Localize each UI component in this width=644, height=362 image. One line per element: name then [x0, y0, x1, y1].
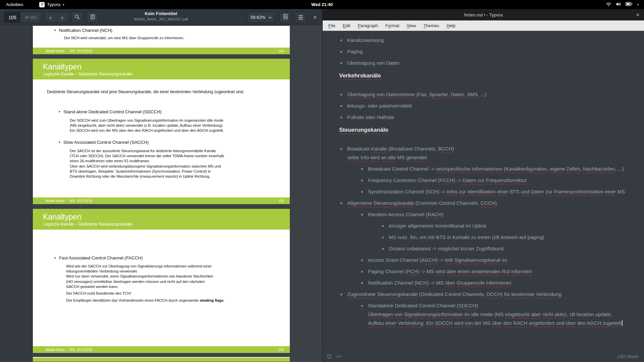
typora-menubar: FileEditParagraphFormatViewThemesHelp	[323, 20, 644, 31]
markdown-list-item[interactable]: Standalone Dedicated Control Channel (SD…	[339, 301, 637, 327]
markdown-list-item[interactable]: Notification Channel (NCH) -> MS über Gr…	[339, 279, 637, 287]
menu-edit[interactable]: Edit	[339, 20, 354, 31]
markdown-list-item[interactable]: Synchronization Channel (SCH) -> Infos z…	[339, 187, 637, 196]
clock[interactable]: Wed 21:40	[0, 2, 644, 7]
markdown-list-item[interactable]: Random Access Channel (RACH)	[339, 210, 637, 219]
slide-body-line: Der Empfänger identifiziert das Vorhande…	[66, 298, 219, 303]
list-item-line: Standalone Dedicated Control Channel (SD…	[368, 301, 637, 310]
markdown-list-item[interactable]: Access Grant Channel (AGCH) -> teilt Sig…	[339, 256, 637, 264]
footer-term: WS 2017/2018	[70, 199, 92, 203]
chevron-down-icon	[268, 15, 272, 20]
source-code-mode-button[interactable]: </>	[336, 355, 341, 359]
hamburger-menu-icon	[299, 15, 303, 19]
markdown-list-item[interactable]: MS nutz ihn, um mit BTS in Kontakt zu tr…	[339, 233, 637, 242]
markdown-heading[interactable]: Steuerungskanäle	[339, 126, 637, 134]
slide-title: Kanaltypen	[43, 62, 290, 71]
gnome-top-bar: Activities T Typora ▾ Wed 21:40 ▾	[0, 0, 644, 9]
markdown-list-item[interactable]: einziger allgemeiner Kontrollkanal im Up…	[339, 222, 637, 230]
next-page-button[interactable]: ›	[57, 12, 68, 22]
menu-themes[interactable]: Themes	[420, 20, 443, 31]
window-menu-button[interactable]	[294, 12, 307, 23]
slide-title: Kanaltypen	[43, 212, 290, 222]
menu-paragraph[interactable]: Paragraph	[354, 20, 382, 31]
slide-footer: Mobile Netze WS 2017/2018 106	[33, 346, 290, 353]
list-item-line: MS nutz ihn, um mit BTS in Kontakt zu tr…	[389, 233, 637, 242]
list-item-line: Übertragen von Signalisierungsinformatio…	[368, 310, 637, 319]
footer-page-number: 105	[278, 199, 284, 203]
list-item-line: Random Access Channel (RACH)	[368, 210, 637, 219]
slide-footer: Mobile Netze WS 2017/2018 105	[33, 197, 290, 204]
search-button[interactable]	[71, 12, 83, 23]
markdown-list-item[interactable]: Übertragung von Daten	[339, 59, 637, 67]
pdf-page-canvas[interactable]: Notification Channel (NCH) Der NCH wird …	[0, 25, 322, 361]
markdown-list-item[interactable]: Broadcast Kanäle (Broadcast Channels, BC…	[339, 144, 637, 162]
list-item-line: Allgemeine Steuerungskanäle (Common Cont…	[347, 199, 637, 207]
annotations-button[interactable]	[87, 12, 99, 23]
pdf-page-107-sliver	[33, 357, 290, 362]
slide-body-text: Der SACCH ist der assoziierte Steuerungs…	[70, 148, 225, 179]
footer-term: WS 2017/2018	[70, 49, 92, 53]
markdown-list-item[interactable]: Übertragung von Datenströme (Fax, Sprach…	[339, 90, 637, 99]
text-cursor	[622, 320, 623, 326]
volume-icon	[616, 2, 621, 7]
system-status-area[interactable]: ▾	[606, 2, 639, 7]
markdown-list-item[interactable]: Fullrate oder Halfrate	[339, 113, 637, 122]
typora-titlebar[interactable]: Notes.md • - Typora ✕	[323, 9, 644, 20]
list-item-line: einziger allgemeiner Kontrollkanal im Up…	[389, 222, 637, 230]
zoom-level-dropdown[interactable]: 59.62%	[247, 12, 275, 23]
slide-intro-text: Dedizierte Steuerungskanäle sind jene St…	[47, 89, 247, 95]
list-item-line: Broadcast Control Channel -> netzspezifi…	[368, 165, 637, 173]
list-item-line: Fullrate oder Halfrate	[347, 113, 637, 122]
outline-toggle-button[interactable]	[327, 354, 331, 359]
markdown-list-item[interactable]: leitungs- oder paketvermittelt	[339, 102, 637, 110]
list-item-line: Broadcast Kanäle (Broadcast Channels, BC…	[347, 144, 637, 153]
typora-window: Notes.md • - Typora ✕ FileEditParagraphF…	[322, 9, 644, 362]
markdown-list-item[interactable]: Kanalzuweisung	[339, 36, 637, 45]
menu-format[interactable]: Format	[382, 20, 403, 31]
markdown-list-item[interactable]: Frequency Correction Channel (FCCH) -> D…	[339, 176, 637, 185]
document-filename: Mobile_Netze_JKU_WS2017.pdf	[97, 17, 225, 21]
markdown-heading[interactable]: Verkehrskanäle	[339, 71, 637, 80]
close-window-button[interactable]: ✕	[636, 9, 640, 20]
footer-course: Mobile Netze	[46, 348, 65, 352]
list-item-line: selbe Info wird an alle MS gesendet	[347, 153, 637, 162]
slide-header: Kanaltypen Logische Kanäle – Dedizierte …	[33, 209, 290, 230]
markdown-list-item[interactable]: Allgemeine Steuerungskanäle (Common Cont…	[339, 199, 637, 207]
markdown-list-item[interactable]: Distanz unbekannt -> möglichst kurzer Zu…	[339, 244, 637, 253]
markdown-list-item[interactable]: Broadcast Control Channel -> netzspezifi…	[339, 165, 637, 173]
page-magnifier-icon	[283, 14, 288, 21]
typora-statusbar: </> 1252 Words	[323, 351, 644, 362]
previous-page-button[interactable]: ‹	[45, 12, 57, 22]
word-count: 1252 Words	[617, 354, 639, 359]
slide-subtitle: Logische Kanäle – Dedizierte Steuerungsk…	[43, 71, 290, 77]
footer-page-number: 106	[278, 348, 284, 352]
slide-bullet-title: Stand-alone Dedicated Control Channel (S…	[63, 109, 162, 114]
close-window-button[interactable]: ✕	[309, 12, 321, 23]
markdown-list-item[interactable]: Paging Channel (PCH) -> MS wird über ein…	[339, 267, 637, 276]
slide-bullet-title: Notification Channel (NCH)	[59, 28, 112, 33]
menu-help[interactable]: Help	[443, 20, 459, 31]
battery-icon	[626, 2, 633, 7]
document-title: Kein Folientitel Mobile_Netze_JKU_WS2017…	[97, 11, 225, 21]
list-item-line: Kanalzuweisung	[347, 36, 637, 45]
zoom-level-value: 59.62%	[251, 15, 265, 20]
markdown-list-item[interactable]: Paging	[339, 47, 637, 56]
document-properties-button[interactable]	[279, 12, 291, 23]
list-item-line: Übertragung von Daten	[347, 59, 637, 67]
page-navigation-entry: of 191	[4, 12, 42, 23]
markdown-editor[interactable]: KanalzuweisungPagingÜbertragung von Date…	[323, 31, 644, 351]
slide-header: Kanaltypen Logische Kanäle – Dedizierte …	[33, 59, 290, 79]
list-item-line: Access Grant Channel (AGCH) -> teilt Sig…	[368, 256, 637, 264]
page-nav-buttons: ‹ ›	[45, 12, 68, 23]
page-number-input[interactable]	[4, 12, 20, 22]
slide-footer: Mobile Netze WS 2017/2018 104	[33, 48, 290, 54]
slide-bullet-title: Slow Associated Control Channel (SACCH)	[63, 140, 149, 145]
markdown-list-item[interactable]: Zugeordnete Steuerungskanäle (Dedicated …	[339, 290, 637, 299]
menu-view[interactable]: View	[403, 20, 420, 31]
footer-course: Mobile Netze	[46, 199, 65, 203]
slide-body-text: Der SDCCH wird zum Übertragen von Signal…	[70, 118, 225, 133]
list-item-line: Paging	[347, 47, 637, 56]
list-item-line: Synchronization Channel (SCH) -> Infos z…	[368, 187, 637, 196]
list-item-line: Distanz unbekannt -> möglichst kurzer Zu…	[389, 244, 637, 253]
menu-file[interactable]: File	[325, 20, 339, 31]
